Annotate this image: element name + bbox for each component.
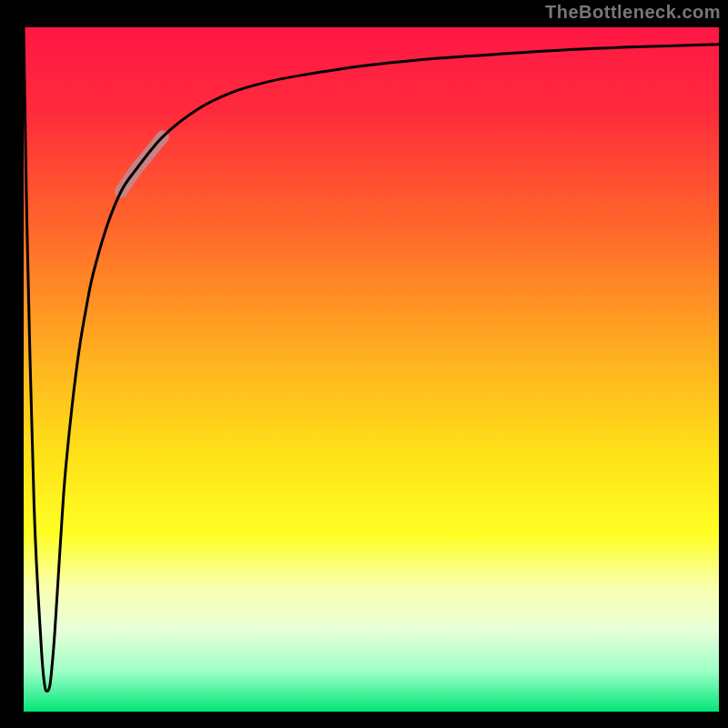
bottleneck-chart [0,0,728,728]
chart-container: TheBottleneck.com [0,0,728,728]
plot-area [24,27,719,712]
attribution-label: TheBottleneck.com [545,2,721,23]
